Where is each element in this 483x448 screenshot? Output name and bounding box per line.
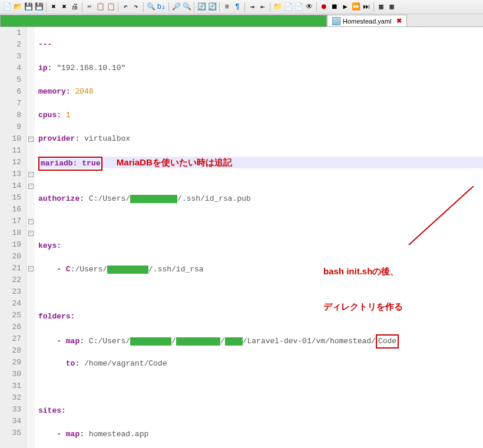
fold-toggle[interactable]: -: [28, 266, 34, 271]
code-line: to: /home/vagrant/Code: [38, 358, 483, 370]
code-line: [38, 217, 483, 228]
code-line: provider: virtualbox: [38, 133, 483, 145]
cut-icon[interactable]: ✂: [85, 2, 94, 12]
code-line: - map: homestead.app: [38, 429, 483, 440]
indent-icon[interactable]: ⇥: [247, 2, 257, 12]
redacted-block: [130, 337, 171, 346]
line-gutter: 1234567891011121314151617181920212223242…: [0, 27, 27, 448]
tab-close-icon[interactable]: ✖: [396, 17, 402, 25]
close-all-icon[interactable]: ✖: [59, 2, 69, 12]
doc-icon[interactable]: 📄: [283, 2, 293, 12]
code-line: memory: 2048: [38, 86, 483, 98]
file-icon: [332, 17, 340, 25]
code-line: cpus: 1: [38, 109, 483, 121]
save-all-icon[interactable]: 💾: [34, 2, 44, 12]
panel2-icon[interactable]: ▦: [387, 2, 396, 12]
tab-homestead-yaml[interactable]: Homestead.yaml ✖: [327, 15, 407, 26]
code-line: authorize: C:/Users//.ssh/id_rsa.pub: [38, 193, 483, 205]
replace-icon[interactable]: b₂: [157, 2, 166, 12]
panel-icon[interactable]: ▦: [376, 2, 386, 12]
tab-bar: Homestead.yaml ✖: [0, 14, 483, 27]
zoom-in-icon[interactable]: 🔎: [171, 2, 181, 12]
editor[interactable]: 1234567891011121314151617181920212223242…: [0, 27, 483, 448]
copy-icon[interactable]: 📋: [95, 2, 105, 12]
redacted-block: [176, 337, 220, 346]
redacted-block: [107, 266, 148, 274]
redacted-block: [130, 195, 177, 203]
code-line: ---: [38, 39, 483, 51]
mariadb-highlight: mariadb: true: [38, 157, 102, 171]
code-line: [38, 170, 483, 181]
annotation-bash: bash init.shの後、 ディレクトリを作る: [323, 242, 403, 336]
code-highlight: Code: [376, 334, 399, 349]
annotation-mariadb: MariaDBを使いたい時は追記: [117, 157, 232, 167]
play-icon[interactable]: ▶: [340, 2, 350, 12]
end-icon[interactable]: ⏭: [362, 2, 371, 12]
toolbar: 📄 📂 💾 💾 ✖ ✖ 🖨 ✂ 📋 📋 ↶ ↷ 🔍 b₂ 🔎 🔍 🔄 🔄 ≡ ¶…: [0, 0, 483, 14]
save-icon[interactable]: 💾: [24, 2, 33, 12]
show-all-icon[interactable]: ¶: [233, 2, 242, 12]
print-icon[interactable]: 🖨: [70, 2, 80, 12]
fold-toggle[interactable]: -: [28, 219, 34, 224]
zoom-out-icon[interactable]: 🔍: [182, 2, 191, 12]
close-icon[interactable]: ✖: [49, 2, 58, 12]
wrap-icon[interactable]: ≡: [222, 2, 231, 12]
code-line: [38, 381, 483, 393]
code-line: - C:/Users//.ssh/id_rsa: [38, 264, 483, 276]
fold-toggle[interactable]: -: [28, 184, 34, 189]
tab-unnamed[interactable]: [0, 15, 327, 26]
sync-icon[interactable]: 🔄: [197, 2, 206, 12]
undo-icon[interactable]: ↶: [121, 2, 130, 12]
stop-icon[interactable]: ⏹: [330, 2, 339, 12]
code-line: ip: "192.168.10.10": [38, 62, 483, 74]
record-icon[interactable]: ⏺: [319, 2, 329, 12]
code-line: folders:: [38, 311, 483, 323]
fast-icon[interactable]: ⏩: [351, 2, 360, 12]
fold-toggle[interactable]: -: [28, 137, 34, 142]
code-area[interactable]: --- ip: "192.168.10.10" memory: 2048 cpu…: [35, 27, 483, 448]
paste-icon[interactable]: 📋: [106, 2, 115, 12]
redacted-block: [225, 337, 243, 346]
new-file-icon[interactable]: 📄: [2, 2, 12, 12]
find-icon[interactable]: 🔍: [146, 2, 156, 12]
code-line: [38, 287, 483, 299]
fold-column: ------: [27, 27, 35, 448]
outdent-icon[interactable]: ⇤: [258, 2, 267, 12]
tab-label: Homestead.yaml: [343, 18, 392, 25]
doc2-icon[interactable]: 📄: [294, 2, 303, 12]
code-line: sites:: [38, 405, 483, 417]
folder-icon[interactable]: 📁: [273, 2, 282, 12]
redo-icon[interactable]: ↷: [131, 2, 141, 12]
open-icon[interactable]: 📂: [13, 2, 22, 12]
fold-toggle[interactable]: -: [28, 172, 34, 177]
eye-icon[interactable]: 👁: [305, 2, 314, 12]
code-line-highlighted: mariadb: true MariaDBを使いたい時は追記: [38, 157, 483, 168]
code-line: keys:: [38, 240, 483, 252]
fold-toggle[interactable]: -: [28, 231, 34, 236]
code-line: - map: C:/Users////Laravel-dev-01/vm/hom…: [38, 334, 483, 346]
sync2-icon[interactable]: 🔄: [207, 2, 217, 12]
